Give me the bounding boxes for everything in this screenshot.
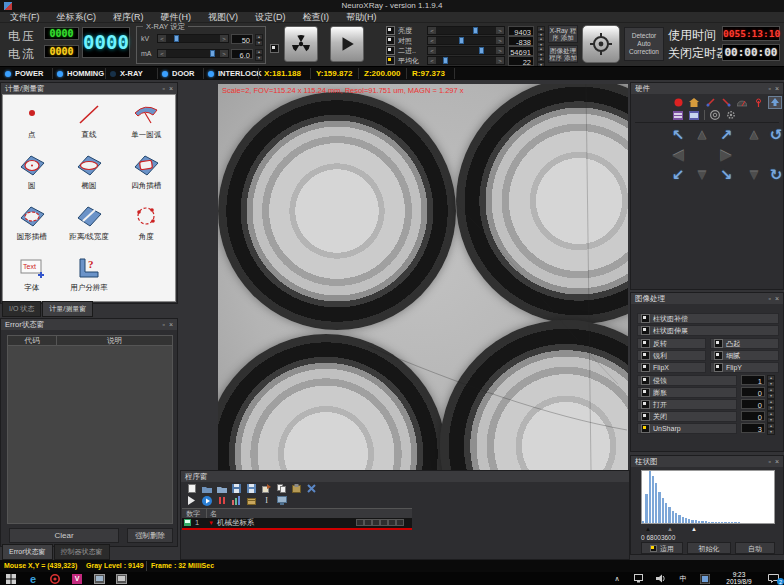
close-value[interactable]: 0 [741, 411, 765, 421]
close-icon[interactable]: × [775, 295, 779, 302]
tool-user-resolution[interactable]: ? 用户分辨率 [60, 253, 117, 304]
start-button[interactable] [0, 572, 22, 585]
pin-icon[interactable]: ▫ [768, 295, 770, 302]
center-target-button[interactable] [582, 25, 620, 63]
new-icon[interactable] [186, 484, 197, 494]
tab-controller-status[interactable]: 控制器状态窗 [54, 544, 110, 560]
monitor-icon[interactable] [276, 496, 287, 506]
card-b-icon[interactable] [688, 110, 700, 121]
move-right-button[interactable]: ▶ [715, 145, 737, 165]
menu-coordinate[interactable]: 坐标系(C) [57, 11, 97, 24]
emboss-toggle[interactable]: 凸起 [710, 338, 779, 349]
rotate-cw-button[interactable]: ↻ [765, 165, 784, 185]
binary-slider[interactable]: < > [427, 46, 505, 55]
kv-slider[interactable]: < > [157, 34, 229, 43]
ime-indicator[interactable]: 中 [672, 572, 694, 585]
tray-app-icon[interactable] [694, 572, 716, 585]
pin-icon[interactable]: ▫ [768, 85, 770, 92]
average-slider[interactable]: < > [427, 56, 505, 65]
acquire-play-button[interactable] [330, 26, 364, 62]
contrast-checkbox[interactable] [386, 36, 395, 45]
v-app-icon[interactable]: V [66, 572, 88, 585]
xray-image-viewer[interactable]: Scale=2, FOV=115.24 x 115.24 mm, Resol=9… [218, 84, 628, 470]
chart-icon[interactable] [231, 496, 242, 506]
ma-slider-thumb[interactable] [210, 50, 215, 57]
delete-icon[interactable] [306, 484, 317, 494]
flipx-toggle[interactable]: FlipX [637, 362, 706, 373]
move-up-right-button[interactable]: ↗ [715, 125, 737, 145]
tool-text[interactable]: Text 字体 [3, 253, 60, 304]
average-left-icon[interactable]: < [428, 57, 436, 64]
move-down-left-button[interactable]: ↙ [667, 165, 689, 185]
paste-icon[interactable] [291, 484, 302, 494]
gauge-icon[interactable] [736, 97, 748, 108]
average-thumb[interactable] [443, 57, 448, 64]
xray-setting-checkbox[interactable] [270, 44, 279, 53]
kv-slider-left-icon[interactable]: < [158, 35, 166, 42]
gear-icon[interactable] [725, 110, 737, 121]
rotate-ccw-button[interactable]: ↺ [765, 125, 784, 145]
ma-spinner[interactable]: ▴▾ [255, 49, 263, 59]
tool-point[interactable]: 点 [3, 100, 60, 151]
dilate-toggle[interactable]: 膨胀 [637, 387, 737, 398]
menu-inspect[interactable]: 检查(I) [303, 11, 330, 24]
binary-thumb[interactable] [479, 47, 484, 54]
histogram-apply-button[interactable]: 适用 [641, 542, 683, 554]
brightness-left-icon[interactable]: < [428, 27, 436, 34]
invert-toggle[interactable]: 反转 [637, 338, 706, 349]
pin-icon[interactable]: ▫ [162, 85, 164, 92]
probe-a-icon[interactable] [704, 97, 716, 108]
erode-spinner[interactable]: ▴▾ [767, 375, 775, 385]
record-icon[interactable] [672, 97, 684, 108]
save-icon[interactable] [231, 484, 242, 494]
move-up-button[interactable]: ▲ [691, 125, 713, 145]
erode-toggle[interactable]: 侵蚀 [637, 375, 737, 386]
histogram-init-button[interactable]: 初始化 [687, 542, 731, 554]
save-as-icon[interactable] [246, 484, 257, 494]
contrast-right-icon[interactable]: > [496, 37, 504, 44]
z-down-button[interactable]: ▼ [743, 165, 765, 185]
brightness-value[interactable]: 9403 [508, 26, 534, 36]
move-down-button[interactable]: ▼ [691, 165, 713, 185]
flipy-toggle[interactable]: FlipY [710, 362, 779, 373]
average-spinner[interactable]: ▴▾ [537, 56, 545, 66]
record-app-icon[interactable] [44, 572, 66, 585]
home-icon[interactable] [688, 97, 700, 108]
brightness-spinner[interactable]: ▴▾ [537, 26, 545, 36]
arrow-up-tool-icon[interactable] [768, 96, 782, 109]
kv-value[interactable]: 50 [231, 34, 253, 44]
tab-error-status[interactable]: Error状态窗 [2, 544, 53, 560]
close-icon[interactable]: × [775, 85, 779, 92]
volume-icon[interactable] [650, 572, 672, 585]
contrast-thumb[interactable] [459, 37, 464, 44]
notification-icon[interactable]: 2 [762, 572, 784, 585]
lifering-icon[interactable] [709, 110, 721, 121]
brightness-right-icon[interactable]: > [496, 27, 504, 34]
kv-spinner[interactable]: ▴▾ [255, 34, 263, 44]
menu-settings[interactable]: 设定(D) [255, 11, 286, 24]
pause-icon[interactable] [216, 496, 227, 506]
contrast-value[interactable]: -838 [508, 36, 534, 46]
unsharp-spinner[interactable]: ▴▾ [767, 423, 775, 433]
close-icon[interactable]: × [169, 85, 173, 92]
contrast-slider[interactable]: < > [427, 36, 505, 45]
error-force-delete-button[interactable]: 强制删除 [127, 528, 173, 543]
tab-measure-window[interactable]: 计量/测量窗 [42, 301, 93, 317]
tool-rect-slot[interactable]: 四角插槽 [118, 151, 175, 202]
smooth-toggle[interactable]: 细腻 [710, 350, 779, 361]
move-down-right-button[interactable]: ↘ [715, 165, 737, 185]
contrast-left-icon[interactable]: < [428, 37, 436, 44]
ma-slider-right-icon[interactable]: > [220, 50, 228, 57]
dilate-spinner[interactable]: ▴▾ [767, 387, 775, 397]
ma-slider-left-icon[interactable]: < [158, 50, 166, 57]
kv-slider-right-icon[interactable]: > [220, 35, 228, 42]
program-row-selected[interactable]: 1 ▼ 机械坐标系 [182, 518, 412, 530]
histogram-stretch-toggle[interactable]: 柱状图伸展 [637, 325, 779, 336]
play-circle-icon[interactable] [201, 496, 212, 506]
improc-program-add-button[interactable]: 图像处理 程序 添加 [548, 45, 578, 63]
xray-program-add-button[interactable]: X-Ray 程序 添加 [548, 25, 578, 43]
contrast-spinner[interactable]: ▴▾ [537, 36, 545, 46]
brightness-checkbox[interactable] [386, 26, 395, 35]
open-spinner[interactable]: ▴▾ [767, 399, 775, 409]
binary-value[interactable]: 54691 [508, 46, 534, 56]
